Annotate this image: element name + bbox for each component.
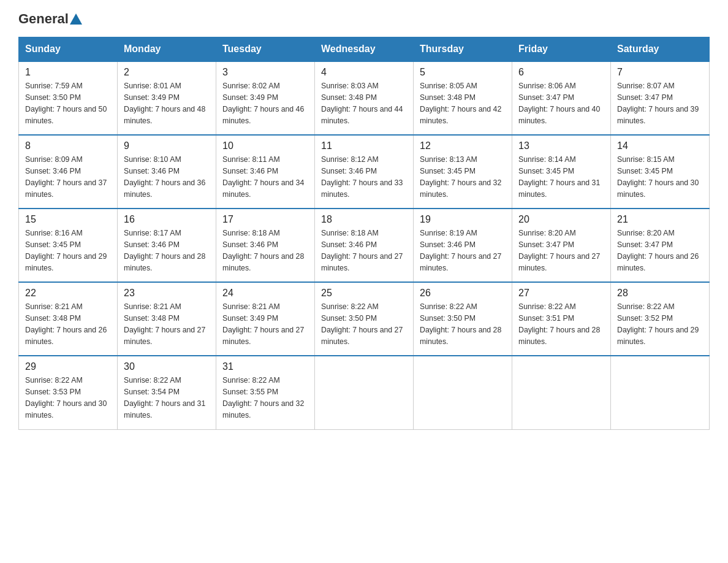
- day-number: 15: [25, 214, 111, 225]
- calendar-cell: 11Sunrise: 8:12 AMSunset: 3:46 PMDayligh…: [315, 135, 414, 209]
- calendar-cell: 1Sunrise: 7:59 AMSunset: 3:50 PMDaylight…: [19, 61, 118, 135]
- day-info: Sunrise: 8:03 AMSunset: 3:48 PMDaylight:…: [321, 82, 403, 125]
- day-info: Sunrise: 8:22 AMSunset: 3:52 PMDaylight:…: [617, 302, 699, 346]
- weekday-header-saturday: Saturday: [611, 37, 710, 62]
- calendar-cell: 9Sunrise: 8:10 AMSunset: 3:46 PMDaylight…: [118, 135, 216, 209]
- calendar-cell: 13Sunrise: 8:14 AMSunset: 3:45 PMDayligh…: [512, 135, 611, 209]
- calendar-week-row: 22Sunrise: 8:21 AMSunset: 3:48 PMDayligh…: [19, 282, 710, 356]
- day-info: Sunrise: 8:21 AMSunset: 3:48 PMDaylight:…: [25, 302, 107, 346]
- calendar-cell: 12Sunrise: 8:13 AMSunset: 3:45 PMDayligh…: [414, 135, 512, 209]
- day-info: Sunrise: 8:07 AMSunset: 3:47 PMDaylight:…: [617, 82, 699, 125]
- day-number: 12: [420, 140, 506, 151]
- day-number: 24: [222, 288, 308, 299]
- day-number: 5: [420, 67, 506, 78]
- calendar-cell: 23Sunrise: 8:21 AMSunset: 3:48 PMDayligh…: [118, 282, 216, 356]
- weekday-header-friday: Friday: [512, 37, 611, 62]
- day-number: 13: [518, 140, 604, 151]
- calendar-cell: 25Sunrise: 8:22 AMSunset: 3:50 PMDayligh…: [315, 282, 414, 356]
- day-info: Sunrise: 8:22 AMSunset: 3:51 PMDaylight:…: [518, 302, 600, 346]
- calendar-table: SundayMondayTuesdayWednesdayThursdayFrid…: [18, 37, 710, 430]
- calendar-cell: [611, 356, 710, 429]
- day-info: Sunrise: 8:18 AMSunset: 3:46 PMDaylight:…: [321, 229, 403, 272]
- calendar-cell: 14Sunrise: 8:15 AMSunset: 3:45 PMDayligh…: [611, 135, 710, 209]
- day-info: Sunrise: 8:22 AMSunset: 3:50 PMDaylight:…: [420, 302, 501, 346]
- calendar-cell: 27Sunrise: 8:22 AMSunset: 3:51 PMDayligh…: [512, 282, 611, 356]
- calendar-cell: 2Sunrise: 8:01 AMSunset: 3:49 PMDaylight…: [118, 61, 216, 135]
- day-number: 6: [518, 67, 604, 78]
- calendar-cell: 28Sunrise: 8:22 AMSunset: 3:52 PMDayligh…: [611, 282, 710, 356]
- page-header: General: [18, 12, 710, 26]
- logo: General: [18, 12, 83, 26]
- day-number: 20: [518, 214, 604, 225]
- weekday-header-tuesday: Tuesday: [216, 37, 315, 62]
- day-number: 2: [124, 67, 210, 78]
- calendar-cell: 5Sunrise: 8:05 AMSunset: 3:48 PMDaylight…: [414, 61, 512, 135]
- day-info: Sunrise: 8:15 AMSunset: 3:45 PMDaylight:…: [617, 155, 699, 199]
- calendar-cell: 22Sunrise: 8:21 AMSunset: 3:48 PMDayligh…: [19, 282, 118, 356]
- calendar-cell: 19Sunrise: 8:19 AMSunset: 3:46 PMDayligh…: [414, 209, 512, 282]
- calendar-week-row: 15Sunrise: 8:16 AMSunset: 3:45 PMDayligh…: [19, 209, 710, 282]
- day-info: Sunrise: 8:19 AMSunset: 3:46 PMDaylight:…: [420, 229, 501, 272]
- calendar-cell: 7Sunrise: 8:07 AMSunset: 3:47 PMDaylight…: [611, 61, 710, 135]
- weekday-header-sunday: Sunday: [19, 37, 118, 62]
- calendar-cell: 21Sunrise: 8:20 AMSunset: 3:47 PMDayligh…: [611, 209, 710, 282]
- day-info: Sunrise: 8:22 AMSunset: 3:50 PMDaylight:…: [321, 302, 403, 346]
- calendar-cell: 4Sunrise: 8:03 AMSunset: 3:48 PMDaylight…: [315, 61, 414, 135]
- day-number: 28: [617, 288, 703, 299]
- logo-general-text: General: [18, 12, 69, 26]
- logo-triangle-icon: [70, 13, 82, 25]
- calendar-cell: 8Sunrise: 8:09 AMSunset: 3:46 PMDaylight…: [19, 135, 118, 209]
- calendar-cell: 17Sunrise: 8:18 AMSunset: 3:46 PMDayligh…: [216, 209, 315, 282]
- day-number: 4: [321, 67, 407, 78]
- weekday-header-row: SundayMondayTuesdayWednesdayThursdayFrid…: [19, 37, 710, 62]
- day-number: 26: [420, 288, 506, 299]
- calendar-cell: 29Sunrise: 8:22 AMSunset: 3:53 PMDayligh…: [19, 356, 118, 429]
- day-number: 11: [321, 140, 407, 151]
- day-number: 22: [25, 288, 111, 299]
- calendar-cell: 3Sunrise: 8:02 AMSunset: 3:49 PMDaylight…: [216, 61, 315, 135]
- calendar-week-row: 8Sunrise: 8:09 AMSunset: 3:46 PMDaylight…: [19, 135, 710, 209]
- calendar-week-row: 1Sunrise: 7:59 AMSunset: 3:50 PMDaylight…: [19, 61, 710, 135]
- day-info: Sunrise: 8:02 AMSunset: 3:49 PMDaylight:…: [222, 82, 304, 125]
- day-info: Sunrise: 8:18 AMSunset: 3:46 PMDaylight:…: [222, 229, 304, 272]
- calendar-cell: 16Sunrise: 8:17 AMSunset: 3:46 PMDayligh…: [118, 209, 216, 282]
- day-number: 7: [617, 67, 703, 78]
- day-info: Sunrise: 8:16 AMSunset: 3:45 PMDaylight:…: [25, 229, 107, 272]
- calendar-cell: [512, 356, 611, 429]
- weekday-header-thursday: Thursday: [414, 37, 512, 62]
- day-number: 14: [617, 140, 703, 151]
- calendar-cell: 20Sunrise: 8:20 AMSunset: 3:47 PMDayligh…: [512, 209, 611, 282]
- day-number: 23: [124, 288, 210, 299]
- day-info: Sunrise: 8:22 AMSunset: 3:54 PMDaylight:…: [124, 376, 205, 419]
- day-number: 8: [25, 140, 111, 151]
- day-number: 16: [124, 214, 210, 225]
- weekday-header-monday: Monday: [118, 37, 216, 62]
- day-info: Sunrise: 8:21 AMSunset: 3:48 PMDaylight:…: [124, 302, 205, 346]
- weekday-header-wednesday: Wednesday: [315, 37, 414, 62]
- day-info: Sunrise: 8:11 AMSunset: 3:46 PMDaylight:…: [222, 155, 304, 199]
- day-number: 27: [518, 288, 604, 299]
- day-info: Sunrise: 8:20 AMSunset: 3:47 PMDaylight:…: [518, 229, 600, 272]
- day-number: 25: [321, 288, 407, 299]
- day-number: 3: [222, 67, 308, 78]
- day-number: 1: [25, 67, 111, 78]
- day-number: 18: [321, 214, 407, 225]
- day-number: 21: [617, 214, 703, 225]
- day-info: Sunrise: 8:20 AMSunset: 3:47 PMDaylight:…: [617, 229, 699, 272]
- day-info: Sunrise: 8:01 AMSunset: 3:49 PMDaylight:…: [124, 82, 205, 125]
- day-number: 19: [420, 214, 506, 225]
- day-info: Sunrise: 8:13 AMSunset: 3:45 PMDaylight:…: [420, 155, 501, 199]
- calendar-cell: [414, 356, 512, 429]
- day-info: Sunrise: 8:09 AMSunset: 3:46 PMDaylight:…: [25, 155, 107, 199]
- calendar-cell: 15Sunrise: 8:16 AMSunset: 3:45 PMDayligh…: [19, 209, 118, 282]
- day-info: Sunrise: 8:05 AMSunset: 3:48 PMDaylight:…: [420, 82, 501, 125]
- day-number: 17: [222, 214, 308, 225]
- day-number: 31: [222, 361, 308, 372]
- calendar-cell: 26Sunrise: 8:22 AMSunset: 3:50 PMDayligh…: [414, 282, 512, 356]
- calendar-week-row: 29Sunrise: 8:22 AMSunset: 3:53 PMDayligh…: [19, 356, 710, 429]
- day-number: 29: [25, 361, 111, 372]
- calendar-cell: 31Sunrise: 8:22 AMSunset: 3:55 PMDayligh…: [216, 356, 315, 429]
- calendar-cell: 18Sunrise: 8:18 AMSunset: 3:46 PMDayligh…: [315, 209, 414, 282]
- calendar-cell: 6Sunrise: 8:06 AMSunset: 3:47 PMDaylight…: [512, 61, 611, 135]
- day-info: Sunrise: 8:10 AMSunset: 3:46 PMDaylight:…: [124, 155, 205, 199]
